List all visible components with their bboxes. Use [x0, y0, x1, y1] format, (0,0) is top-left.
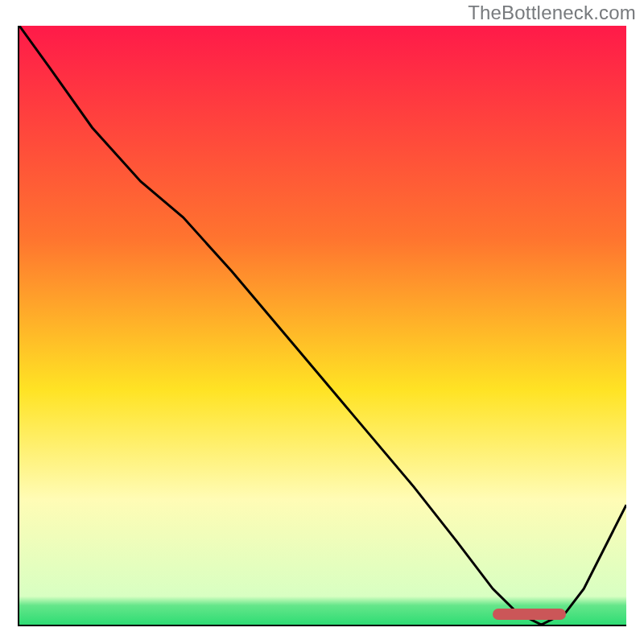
optimal-range-marker: [493, 609, 565, 620]
watermark-text: TheBottleneck.com: [468, 2, 636, 24]
chart-root: TheBottleneck.com: [0, 0, 644, 644]
curve-path: [19, 26, 626, 625]
plot-area: [18, 26, 626, 626]
bottleneck-curve: [19, 26, 626, 625]
